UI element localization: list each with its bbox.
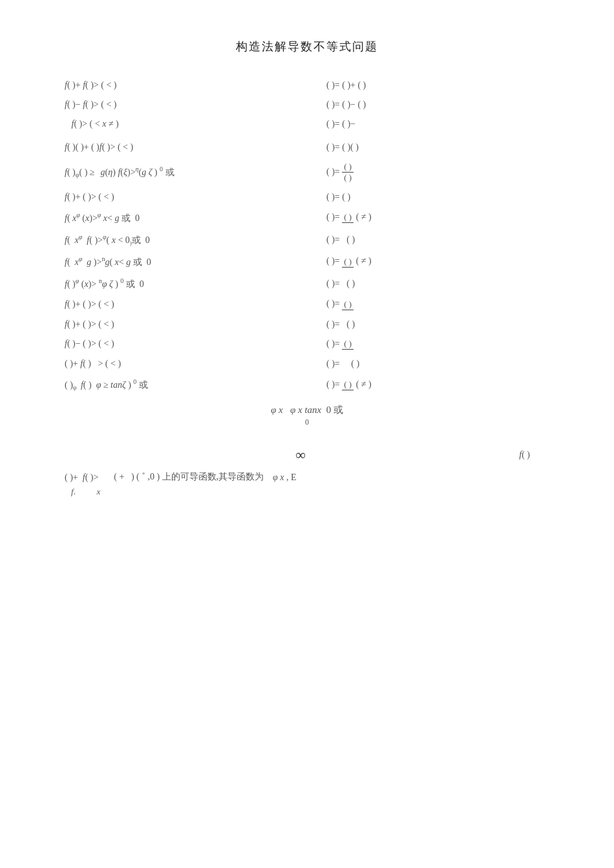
math-right: ( )= ( ) bbox=[288, 235, 549, 245]
final-row: ( )+ f( )> ( + ) ( + ,0 ) 上的可导函数,其导函数为 φ… bbox=[65, 470, 549, 483]
infinity-symbol: ∞ bbox=[295, 447, 306, 463]
math-row: f( )( )+ ( )f( )> ( < ) ( )= ( )( ) bbox=[65, 142, 549, 153]
math-right: ( )= ( )− bbox=[288, 119, 549, 129]
math-row: ( )φ f( ) φ ≥ tanζ ) 0 或 ( )= ( ) ( ≠ ) bbox=[65, 378, 549, 391]
math-right: ( )= ( )− ( ) bbox=[288, 100, 549, 110]
math-left: f( )+ ( )> ( < ) bbox=[65, 319, 288, 330]
math-row: f( )− ( )> ( < ) ( )= ( ) bbox=[65, 339, 549, 350]
math-right: ( )= ( ) ( ≠ ) bbox=[288, 256, 549, 267]
final-middle: ( + ) ( + ,0 ) 上的可导函数,其导函数为 bbox=[114, 470, 264, 483]
math-row: ( )+ f( ) > ( < ) ( )= ( ) bbox=[65, 359, 549, 369]
tan-expression: φ x φ x tanx 0 或 bbox=[65, 404, 549, 416]
math-row: f( xφ g )>ng( x< g 或 0 ( )= ( ) ( ≠ ) bbox=[65, 255, 549, 268]
math-right: ( )= ( ) bbox=[288, 339, 549, 350]
math-right: ( )= ( ) bbox=[288, 279, 549, 289]
math-right: ( )= ( )( ) bbox=[288, 142, 549, 153]
page-container: 构造法解导数不等式问题 f( )+ f( )> ( < ) ( )= ( )+ … bbox=[0, 0, 614, 868]
math-row: f( )− f( )> ( < ) ( )= ( )− ( ) bbox=[65, 100, 549, 110]
math-left: f( )− ( )> ( < ) bbox=[65, 339, 288, 349]
math-right: ( )= ( ) bbox=[288, 319, 549, 330]
math-right: ( )= ( ) bbox=[288, 192, 549, 202]
math-left: ( )φ f( ) φ ≥ tanζ ) 0 或 bbox=[65, 378, 288, 391]
math-row: f( )+ ( )> ( < ) ( )= ( ) bbox=[65, 192, 549, 202]
math-right: ( )= ( )( ) bbox=[288, 162, 549, 183]
math-right: ( )= ( ) ( ≠ ) bbox=[288, 212, 549, 223]
math-left: f( )φ (x)> nφ ζ ) 0 或 0 bbox=[65, 277, 288, 290]
math-row: f( )φ( ) ≥ g(η) f(ξ)>η(g ζ ) 0 或 ( )= ( … bbox=[65, 162, 549, 183]
math-left: f( )+ ( )> ( < ) bbox=[65, 192, 288, 202]
math-left: ( )+ f( ) > ( < ) bbox=[65, 359, 288, 369]
math-left: f( xφ f( )>φ( x < 0)或 0 bbox=[65, 233, 288, 246]
math-row: f( )> ( < x ≠ ) ( )= ( )− bbox=[65, 119, 549, 129]
math-right: ( )= ( )+ ( ) bbox=[288, 80, 549, 90]
math-row: f( )+ f( )> ( < ) ( )= ( )+ ( ) bbox=[65, 80, 549, 90]
math-row: f( )+ ( )> ( < ) ( )= ( ) bbox=[65, 319, 549, 330]
infinity-row: ∞ f( ) bbox=[65, 447, 549, 463]
math-row: f( )φ (x)> nφ ζ ) 0 或 0 ( )= ( ) bbox=[65, 277, 549, 290]
math-left: f( )+ ( )> ( < ) bbox=[65, 299, 288, 310]
section-product: f( )( )+ ( )f( )> ( < ) ( )= ( )( ) f( )… bbox=[65, 142, 549, 391]
section-basic: f( )+ f( )> ( < ) ( )= ( )+ ( ) f( )− f(… bbox=[65, 80, 549, 129]
bottom-section: ∞ f( ) ( )+ f( )> ( + ) ( + ,0 ) 上的可导函数,… bbox=[65, 447, 549, 497]
math-left: f( )( )+ ( )f( )> ( < ) bbox=[65, 142, 288, 153]
math-expr: f( )+ f( )> ( < ) bbox=[65, 80, 116, 90]
content-area: f( )+ f( )> ( < ) ( )= ( )+ ( ) f( )− f(… bbox=[52, 80, 562, 497]
math-left: f( xφ (x)>φ x< g 或 0 bbox=[65, 211, 288, 224]
math-right: ( )= ( ) bbox=[288, 359, 549, 369]
math-left: f( )− f( )> ( < ) bbox=[65, 100, 288, 110]
page-title: 构造法解导数不等式问题 bbox=[52, 39, 562, 54]
final-right: φ x , E bbox=[273, 472, 297, 483]
math-left: f( xφ g )>ng( x< g 或 0 bbox=[65, 255, 288, 268]
math-left: f( )φ( ) ≥ g(η) f(ξ)>η(g ζ ) 0 或 bbox=[65, 165, 288, 178]
math-row: f( )+ ( )> ( < ) ( )= ( ) bbox=[65, 299, 549, 310]
math-left: f( )+ f( )> ( < ) bbox=[65, 80, 288, 90]
math-row: f( xφ f( )>φ( x < 0)或 0 ( )= ( ) bbox=[65, 233, 549, 246]
final-left: ( )+ f( )> bbox=[65, 472, 98, 483]
section-tan: φ x φ x tanx 0 或 0 bbox=[65, 404, 549, 427]
math-left: f( )> ( < x ≠ ) bbox=[65, 119, 288, 129]
f-symbol-right: f( ) bbox=[519, 450, 530, 460]
math-row: f( xφ (x)>φ x< g 或 0 ( )= ( ) ( ≠ ) bbox=[65, 211, 549, 224]
math-right: ( )= ( ) bbox=[288, 299, 549, 310]
final-bottom: f. x bbox=[65, 487, 549, 497]
math-right: ( )= ( ) ( ≠ ) bbox=[288, 379, 549, 390]
tan-subscript: 0 bbox=[65, 418, 549, 427]
